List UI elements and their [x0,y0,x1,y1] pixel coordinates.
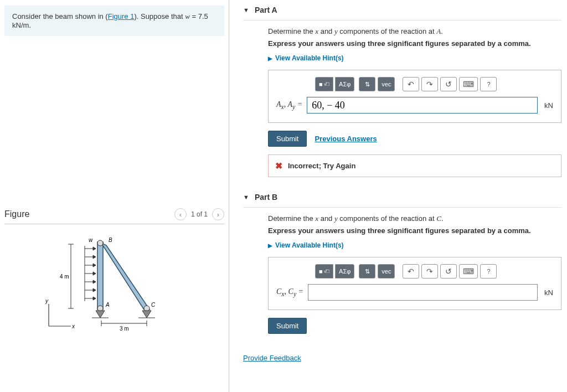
svg-text:w: w [89,237,93,243]
part-b-answer-box: ■√□ ΑΣφ ⇅ vec ↶ ↷ ↺ ⌨ ? Cx, Cy = kN [268,257,561,310]
part-a-previous-answers-link[interactable]: Previous Answers [315,135,377,143]
part-a-header[interactable]: ▼ Part A [243,0,561,20]
problem-text-pre: Consider the beam shown in ( [12,12,108,20]
greek-button[interactable]: ΑΣφ [335,264,354,278]
keyboard-button[interactable]: ⌨ [459,77,478,91]
part-a-body: Determine the x and y components of the … [243,20,561,187]
svg-text:B: B [109,237,112,243]
part-b-title: Part B [255,193,277,202]
help-button[interactable]: ? [480,77,497,91]
template-button[interactable]: ■√□ [315,264,333,278]
vec-button[interactable]: vec [378,264,395,278]
caret-down-icon: ▼ [243,7,249,13]
part-b-header[interactable]: ▼ Part B [243,187,561,208]
svg-marker-14 [93,255,96,259]
part-a-submit-button[interactable]: Submit [268,131,307,147]
vec-button[interactable]: vec [378,77,395,91]
part-a-toolbar: ■√□ ΑΣφ ⇅ vec ↶ ↷ ↺ ⌨ ? [276,77,553,91]
reset-button[interactable]: ↺ [440,77,457,91]
template-button[interactable]: ■√□ [315,77,333,91]
svg-text:A: A [105,302,110,308]
part-a-prompt: Determine the x and y components of the … [268,27,561,36]
svg-marker-18 [93,272,96,275]
svg-text:x: x [71,323,75,329]
part-b-answer-input[interactable] [308,284,538,301]
svg-marker-22 [93,288,96,292]
right-panel: ▼ Part A Determine the x and y component… [229,0,567,392]
problem-statement: Consider the beam shown in (Figure 1). S… [4,6,224,36]
figure-header: Figure ‹ 1 of 1 › [4,205,224,224]
figure-next-button[interactable]: › [212,208,224,220]
svg-text:4 m: 4 m [60,274,69,280]
svg-marker-4 [97,242,103,310]
left-panel: Consider the beam shown in (Figure 1). S… [0,0,229,392]
part-a-feedback: ✖ Incorrect; Try Again [268,154,561,177]
svg-marker-12 [93,247,96,250]
part-b-instruction: Express your answers using three signifi… [268,226,561,235]
problem-text-post: ). Suppose that [134,12,185,20]
part-a-answer-box: ■√□ ΑΣφ ⇅ vec ↶ ↷ ↺ ⌨ ? Ax, Ay = kN [268,70,561,123]
incorrect-icon: ✖ [275,161,282,171]
caret-down-icon: ▼ [243,194,249,200]
part-b-submit-button[interactable]: Submit [268,318,307,334]
keyboard-button[interactable]: ⌨ [459,264,478,278]
figure-prev-button[interactable]: ‹ [174,208,187,220]
part-a-instruction: Express your answers using three signifi… [268,39,561,48]
svg-marker-24 [93,297,96,300]
subscript-button[interactable]: ⇅ [359,264,375,278]
problem-var: w [185,12,190,20]
part-a-title: Part A [255,6,277,14]
help-button[interactable]: ? [480,264,497,278]
part-a-feedback-text: Incorrect; Try Again [288,162,355,170]
figure-title: Figure [4,209,29,219]
part-a-unit: kN [542,101,553,110]
figure-section: Figure ‹ 1 of 1 › x y [0,205,229,337]
part-b-unit: kN [542,288,553,297]
part-a-lhs: Ax, Ay = [276,100,302,111]
figure-page-indicator: 1 of 1 [188,210,211,218]
subscript-button[interactable]: ⇅ [359,77,375,91]
greek-button[interactable]: ΑΣφ [335,77,354,91]
reset-button[interactable]: ↺ [440,264,457,278]
part-b-hints-link[interactable]: View Available Hint(s) [268,241,344,249]
part-a-answer-input[interactable] [307,97,538,114]
undo-button[interactable]: ↶ [403,77,419,91]
part-a-hints-link[interactable]: View Available Hint(s) [268,54,344,62]
svg-point-6 [97,240,103,246]
svg-text:y: y [45,298,49,304]
redo-button[interactable]: ↷ [421,264,438,278]
figure-diagram: x y [4,224,224,337]
svg-marker-16 [93,264,96,267]
figure-link[interactable]: Figure 1 [108,12,135,20]
svg-marker-5 [101,243,150,310]
provide-feedback-link[interactable]: Provide Feedback [243,354,301,362]
part-b-prompt: Determine the x and y components of the … [268,214,561,223]
svg-text:C: C [151,302,156,308]
part-b-lhs: Cx, Cy = [276,287,303,298]
part-b-toolbar: ■√□ ΑΣφ ⇅ vec ↶ ↷ ↺ ⌨ ? [276,264,553,278]
svg-text:3 m: 3 m [120,326,129,332]
redo-button[interactable]: ↷ [421,77,438,91]
undo-button[interactable]: ↶ [403,264,419,278]
part-b-body: Determine the x and y components of the … [243,208,561,344]
svg-marker-20 [93,280,96,283]
